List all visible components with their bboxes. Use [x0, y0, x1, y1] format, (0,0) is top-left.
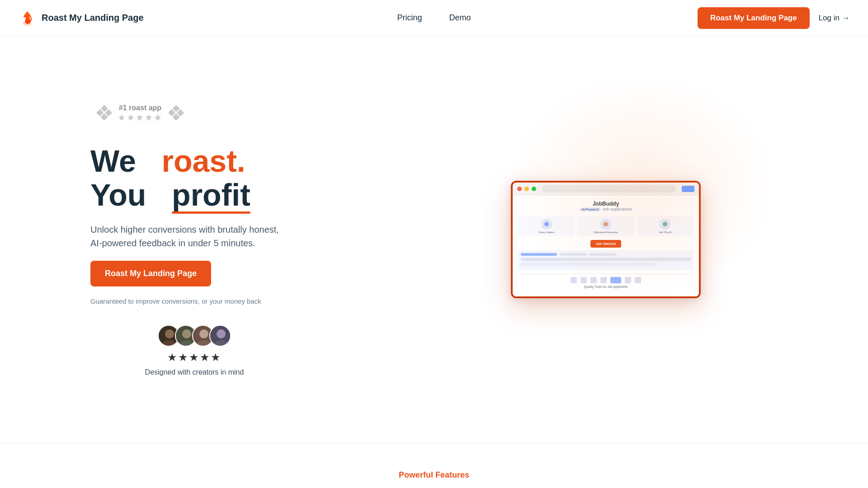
- nav-demo[interactable]: Demo: [449, 13, 471, 23]
- hero-section: ❖ #1 roast app ★★★★★ ❖ We roast. You pro…: [0, 36, 868, 443]
- laurel-container: ❖ #1 roast app ★★★★★ ❖: [94, 103, 186, 124]
- features-teaser: Powerful Features Optimize Your Landing …: [0, 443, 868, 488]
- mock-ai-badge: AI-Powered: [580, 207, 601, 211]
- mock-toolbar-icon-6: [625, 277, 631, 283]
- mock-toolbar-icon-7: [635, 277, 641, 283]
- features-label: Powerful Features: [18, 470, 850, 480]
- nav-cta-button[interactable]: Roast My Landing Page: [698, 7, 810, 29]
- mock-feature-label-1: Cover Letters: [538, 231, 555, 234]
- mock-feature-3: Ask The AI: [637, 216, 693, 236]
- mock-toolbar-icon-1: [571, 277, 577, 283]
- laurel-left: ❖: [94, 103, 114, 124]
- mock-feature-icon-2: [600, 219, 611, 230]
- mock-features-grid: Cover Letters Optimized Resumes Ask The …: [518, 216, 693, 236]
- svg-point-5: [182, 329, 191, 338]
- mock-site-subtitle: AI-Powered Job Applications: [518, 207, 693, 211]
- social-stars: ★★★★★: [167, 351, 222, 364]
- login-link[interactable]: Log in →: [819, 14, 850, 23]
- headline-you: You: [90, 178, 146, 212]
- browser-content: JobBuddy AI-Powered Job Applications Cov…: [513, 195, 699, 296]
- mock-toolbar: [518, 274, 693, 283]
- browser-extra-btn: [682, 186, 694, 192]
- avatar-4: [209, 325, 231, 347]
- browser-url-bar: [542, 185, 675, 192]
- mock-toolbar-icon-5: [610, 277, 621, 283]
- mock-feature-label-2: Optimized Resumes: [594, 231, 618, 234]
- mock-feature-1: Cover Letters: [518, 216, 575, 236]
- headline-we: We: [90, 144, 136, 178]
- svg-point-13: [544, 222, 549, 226]
- hero-headline: We roast. You profit: [90, 144, 362, 212]
- avatar-group: [158, 325, 231, 347]
- mock-toolbar-icon-3: [590, 277, 597, 283]
- mock-toolbar-icon-2: [580, 277, 587, 283]
- laurel-right: ❖: [166, 103, 186, 124]
- nav-pricing[interactable]: Pricing: [397, 13, 422, 23]
- hero-badge: ❖ #1 roast app ★★★★★ ❖: [90, 103, 190, 124]
- hero-cta-button[interactable]: Roast My Landing Page: [90, 261, 211, 286]
- mock-feature-icon-1: [541, 219, 552, 230]
- browser-frame: JobBuddy AI-Powered Job Applications Cov…: [511, 181, 701, 298]
- hero-subtext: Unlock higher conversions with brutally …: [90, 223, 289, 250]
- svg-point-8: [199, 329, 208, 338]
- mock-subtitle-text: Job Applications: [603, 207, 632, 211]
- logo[interactable]: Roast My Landing Page: [18, 9, 144, 27]
- badge-rank: #1 roast app: [119, 104, 161, 112]
- browser-dot-red: [517, 187, 522, 191]
- mock-bottom-bar-1: [521, 258, 691, 261]
- mock-feature-icon-3: [660, 219, 670, 230]
- mock-feature-label-3: Ask The AI: [659, 231, 672, 234]
- logo-text: Roast My Landing Page: [42, 13, 144, 23]
- headline-roast: roast.: [162, 144, 245, 178]
- hero-right: JobBuddy AI-Powered Job Applications Cov…: [362, 181, 814, 298]
- mock-site-title: JobBuddy: [518, 201, 693, 207]
- mock-toolbar-icon-4: [600, 277, 607, 283]
- svg-point-14: [604, 222, 608, 226]
- mock-site-header: JobBuddy AI-Powered Job Applications: [518, 201, 693, 211]
- mock-bottom-label: Quality Tools for Job Applicants: [518, 285, 693, 288]
- nav-actions: Roast My Landing Page Log in →: [698, 7, 850, 29]
- flame-icon: [18, 9, 36, 27]
- hero-guarantee: Guaranteed to improve conversions, or yo…: [90, 297, 362, 305]
- features-headline: Optimize Your Landing Page for: [18, 485, 850, 488]
- headline-profit: profit: [172, 178, 250, 212]
- browser-dot-yellow: [524, 187, 529, 191]
- browser-bar: [513, 183, 699, 195]
- navbar: Roast My Landing Page Pricing Demo Roast…: [0, 0, 868, 36]
- mock-bottom-section: [518, 250, 693, 270]
- hero-left: ❖ #1 roast app ★★★★★ ❖ We roast. You pro…: [90, 103, 362, 376]
- svg-point-2: [165, 329, 174, 338]
- social-proof: ★★★★★ Designed with creators in mind: [127, 325, 262, 376]
- badge-stars: ★★★★★: [118, 112, 163, 123]
- headline-profit-wrapper: profit: [172, 178, 250, 212]
- svg-point-15: [663, 222, 667, 226]
- nav-links: Pricing Demo: [397, 13, 471, 23]
- svg-point-11: [217, 329, 226, 338]
- social-text: Designed with creators in mind: [145, 368, 244, 376]
- mock-cta-button: Get Started: [590, 240, 621, 248]
- mock-feature-2: Optimized Resumes: [577, 216, 634, 236]
- browser-dot-green: [532, 187, 536, 191]
